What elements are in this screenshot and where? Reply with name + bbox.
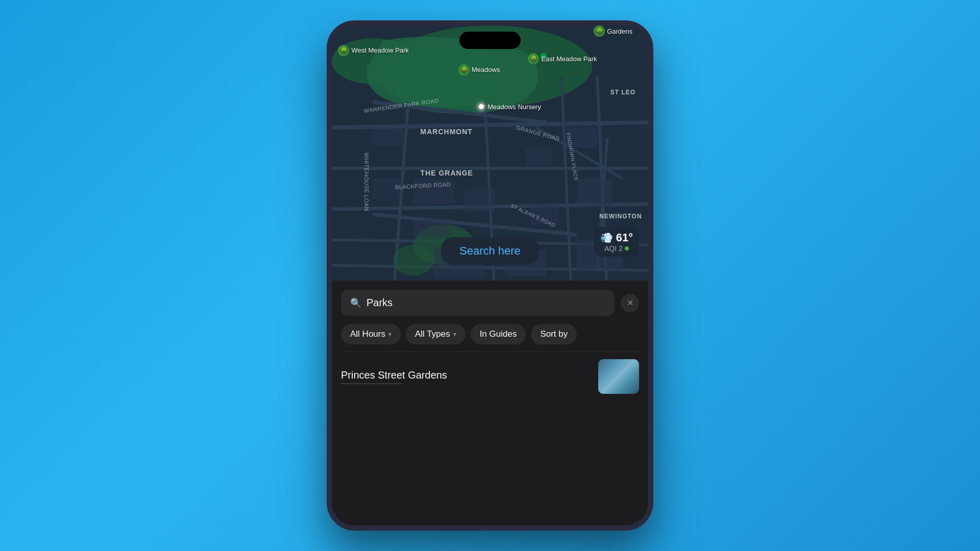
aqi-dot: [625, 246, 629, 251]
result-info: Princes Street Gardens: [341, 369, 598, 384]
meadows-label[interactable]: 🌳 Meadows: [458, 64, 500, 76]
temperature: 61°: [616, 231, 633, 244]
results-list: Princes Street Gardens: [332, 352, 648, 401]
thumbnail-image: [598, 359, 639, 394]
meadows-pin: 🌳: [458, 64, 470, 76]
bottom-sheet: 🔍 Parks ✕ All Hours ▾ All Types ▾ I: [332, 281, 648, 525]
weather-top: 💨 61°: [600, 231, 633, 244]
result-thumbnail: [598, 359, 639, 394]
newington-label: NEWINGTON: [599, 213, 642, 220]
search-bar-container: 🔍 Parks ✕: [332, 281, 648, 321]
phone-wrapper: 🌳 East Meadow Park 🌳 Meadows 🌳 West Mead…: [327, 20, 653, 531]
the-grange-label: THE GRANGE: [421, 169, 473, 177]
svg-rect-27: [373, 128, 403, 145]
sort-by-filter[interactable]: Sort by: [531, 324, 577, 344]
svg-rect-25: [413, 219, 449, 237]
gardens-pin: 🌳: [594, 26, 605, 37]
svg-point-18: [393, 245, 434, 276]
all-hours-filter[interactable]: All Hours ▾: [341, 324, 401, 344]
aqi-display: AQI 2: [604, 244, 629, 253]
east-meadow-park-label[interactable]: 🌳 East Meadow Park: [528, 53, 597, 64]
dynamic-island: [459, 32, 521, 49]
all-types-filter[interactable]: All Types ▾: [406, 324, 465, 344]
west-meadow-park-label[interactable]: 🌳 West Meadow Park: [338, 45, 408, 56]
search-bar[interactable]: 🔍 Parks: [341, 290, 615, 316]
all-types-arrow-icon: ▾: [453, 331, 456, 338]
search-input-text: Parks: [366, 297, 393, 309]
east-meadow-park-pin: 🌳: [528, 53, 539, 64]
svg-rect-23: [577, 179, 612, 207]
gardens-label[interactable]: 🌳 Gardens: [594, 26, 632, 37]
nursery-dot: [477, 103, 485, 111]
meadows-nursery-label[interactable]: Meadows Nursery: [477, 103, 541, 111]
phone-frame: 🌳 East Meadow Park 🌳 Meadows 🌳 West Mead…: [327, 20, 653, 531]
result-name: Princes Street Gardens: [341, 369, 598, 381]
map-area[interactable]: 🌳 East Meadow Park 🌳 Meadows 🌳 West Mead…: [332, 26, 648, 301]
clear-icon: ✕: [627, 298, 633, 308]
svg-rect-22: [464, 189, 495, 212]
result-divider: [341, 383, 402, 384]
st-leo-label: ST LEO: [610, 89, 635, 96]
clear-button[interactable]: ✕: [621, 294, 639, 312]
in-guides-filter[interactable]: In Guides: [471, 324, 526, 344]
marchmont-label: MARCHMONT: [421, 128, 473, 136]
svg-rect-20: [526, 148, 551, 166]
west-meadow-park-pin: 🌳: [338, 45, 349, 56]
weather-widget[interactable]: 💨 61° AQI 2: [594, 227, 639, 257]
filter-chips: All Hours ▾ All Types ▾ In Guides Sort b…: [332, 321, 648, 352]
search-icon: 🔍: [350, 297, 361, 309]
all-hours-arrow-icon: ▾: [388, 331, 391, 338]
wind-icon: 💨: [600, 232, 613, 244]
whitehouse-loan-label: WHITEHOUSE LOAN: [363, 153, 370, 211]
result-item-princes-street[interactable]: Princes Street Gardens: [341, 352, 639, 401]
search-here-button[interactable]: Search here: [441, 237, 539, 265]
